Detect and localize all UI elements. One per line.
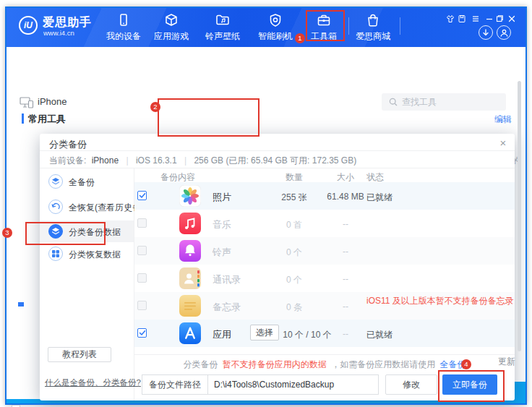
appstore-icon <box>179 322 201 344</box>
toolbox-icon <box>300 12 348 29</box>
nav-tab-ringtones-wallpapers[interactable]: 铃声壁纸 <box>199 12 246 43</box>
nav-label: 智能刷机 <box>252 30 299 43</box>
nav-tab-i4-mall[interactable]: 爱思商城 <box>349 12 397 43</box>
search-placeholder: 查找工具 <box>402 96 437 108</box>
maximize-icon[interactable] <box>495 13 504 22</box>
row-size: -- <box>306 219 385 229</box>
device-name: iPhone <box>38 96 66 107</box>
category-backup-icon <box>48 224 63 239</box>
photos-icon <box>179 185 201 207</box>
row-status: iOS11 及以上版本暂不支持备份备忘录 <box>366 296 520 307</box>
search-input[interactable]: 查找工具 <box>382 93 506 111</box>
row-checkbox[interactable] <box>137 246 147 255</box>
sidebar-item-category-restore[interactable]: 分类恢复数据 <box>69 249 121 261</box>
row-checkbox[interactable] <box>137 328 147 338</box>
backup-help-link[interactable]: 什么是全备份、分类备份? <box>45 377 141 388</box>
divider <box>40 168 515 168</box>
dialog-close-icon[interactable]: × <box>495 136 511 150</box>
separator: | <box>126 155 128 166</box>
category-restore-icon <box>48 247 63 261</box>
row-size: -- <box>306 247 385 257</box>
device-icon <box>20 97 34 111</box>
row-checkbox[interactable] <box>137 218 147 228</box>
section-marker <box>22 113 24 124</box>
shopping-bag-icon <box>349 12 397 29</box>
row-name: 备忘录 <box>213 301 241 314</box>
device-info-os: iOS 16.3.1 <box>136 155 177 166</box>
nav-divider <box>400 17 400 35</box>
topbar: iU 爱思助手 www.i4.cn 我的设备 应用游戏 铃声壁纸 智能刷机 <box>5 7 527 47</box>
cube-icon <box>147 12 195 29</box>
folder-music-icon <box>199 12 246 29</box>
annotation-step-3: 3 <box>2 228 12 238</box>
device-info-name: iPhone <box>92 155 119 166</box>
search-icon <box>389 98 398 106</box>
backup-notice: 分类备份 暂不支持备份应用内的数据 ，如需备份应用数据请使用 全备份 <box>134 359 515 371</box>
app-title: 爱思助手 <box>43 15 92 30</box>
notice-prefix: 分类备份 <box>183 359 218 369</box>
theme-icon[interactable] <box>446 13 455 22</box>
device-info: 当前设备: iPhone | iOS 16.3.1 | 256 GB (已用: … <box>49 155 356 167</box>
minimize-icon[interactable] <box>485 13 494 22</box>
music-icon <box>179 213 201 234</box>
category-backup-dialog: 分类备份 × 当前设备: iPhone | iOS 16.3.1 | 256 G… <box>40 134 515 400</box>
ringtone-icon <box>179 240 201 262</box>
dialog-title: 分类备份 <box>49 138 87 151</box>
divider <box>134 354 515 355</box>
tutorial-list-button[interactable]: 教程列表 <box>48 347 111 362</box>
notes-icon <box>179 295 201 317</box>
nav-label: 爱思商城 <box>349 30 397 43</box>
row-checkbox[interactable] <box>137 273 147 283</box>
row-status: 已就绪 <box>366 329 392 341</box>
bookmark-page-icon[interactable] <box>458 13 466 22</box>
sidebar-item-category-backup[interactable]: 分类备份数据 <box>69 226 121 239</box>
modify-path-button[interactable]: 修改 <box>385 374 437 395</box>
backup-path-input[interactable]: D:\i4Tools8\CustomizedBackup <box>207 374 379 395</box>
user-icon[interactable] <box>497 25 511 40</box>
row-name: 铃声 <box>213 246 231 259</box>
nav-tab-smart-flash[interactable]: 智能刷机 <box>252 12 299 43</box>
contacts-icon <box>179 267 201 289</box>
i4-logo-icon: iU <box>19 16 38 35</box>
device-info-storage: 256 GB (已用: 65.94 GB 可用: 172.35 GB) <box>194 155 356 166</box>
annotation-step-2: 2 <box>150 102 160 112</box>
notice-middle: ，如需备份应用数据请使用 <box>331 359 435 369</box>
divider <box>40 150 515 151</box>
update-link[interactable]: 更新 <box>498 356 515 368</box>
page-scrollbar[interactable] <box>518 81 521 351</box>
full-restore-icon <box>48 200 63 214</box>
device-info-label: 当前设备: <box>49 155 86 166</box>
nav-label: 工具箱 <box>300 30 348 43</box>
nav-tab-app-games[interactable]: 应用游戏 <box>147 12 195 43</box>
full-backup-icon <box>48 174 63 189</box>
row-size: -- <box>306 274 385 284</box>
backup-now-button[interactable]: 立即备份 <box>442 374 497 395</box>
nav-label: 应用游戏 <box>147 30 195 43</box>
nav-tab-my-devices[interactable]: 我的设备 <box>100 12 147 43</box>
backup-path-label: 备份文件路径 <box>142 374 208 395</box>
notice-warning: 暂不支持备份应用内的数据 <box>223 359 327 369</box>
annotation-step-1: 1 <box>295 33 305 43</box>
annotation-step-4: 4 <box>461 359 471 369</box>
close-icon[interactable] <box>507 13 516 22</box>
row-name: 通讯录 <box>213 273 241 286</box>
row-name: 音乐 <box>213 218 231 231</box>
nav-label: 我的设备 <box>100 30 147 43</box>
section-title: 常用工具 <box>28 113 66 126</box>
app-window: iU 爱思助手 www.i4.cn 我的设备 应用游戏 铃声壁纸 智能刷机 <box>5 7 527 405</box>
nav-tab-toolbox[interactable]: 工具箱 <box>300 12 348 43</box>
row-checkbox[interactable] <box>137 301 147 310</box>
separator: | <box>184 155 186 166</box>
menu-icon[interactable] <box>471 13 480 22</box>
hidden-section-marker <box>18 302 24 307</box>
sidebar-item-full-backup[interactable]: 全备份 <box>69 176 95 189</box>
nav-divider <box>348 17 349 35</box>
row-name: 照片 <box>213 191 231 204</box>
shield-icon <box>252 12 299 29</box>
row-checkbox[interactable] <box>137 191 147 200</box>
edit-link[interactable]: 编辑 <box>494 113 512 126</box>
phone-icon <box>100 12 147 29</box>
download-icon[interactable] <box>479 25 493 40</box>
app-url: www.i4.cn <box>43 29 74 37</box>
screenshot-stage: iU 爱思助手 www.i4.cn 我的设备 应用游戏 铃声壁纸 智能刷机 <box>0 0 532 407</box>
